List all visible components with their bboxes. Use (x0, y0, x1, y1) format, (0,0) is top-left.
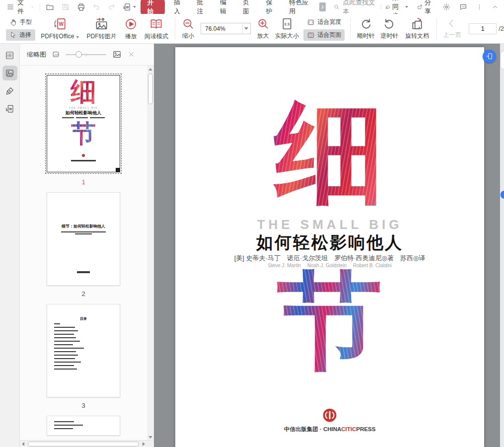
outline-list-icon (5, 51, 14, 60)
select-tool-button[interactable]: 选择 (6, 29, 35, 41)
pdf-to-office-button[interactable]: W PDF转Office (37, 14, 82, 43)
zoom-out-icon (182, 17, 195, 30)
thumbnail-page-number: 1 (81, 178, 85, 186)
thumbnail-item-3[interactable]: 目录 3 (20, 304, 147, 416)
convert-panel-button[interactable]: W (2, 101, 17, 116)
thumbnail-page-4[interactable] (47, 416, 120, 436)
collapsed-side-toolbar-handle[interactable] (500, 51, 504, 70)
zoom-in-button[interactable]: 放大 (254, 14, 273, 43)
slider-knob[interactable] (75, 51, 82, 58)
open-file-button[interactable] (44, 2, 56, 12)
rotate-clockwise-label: 顺时针 (357, 32, 375, 40)
separator (40, 3, 40, 11)
thumbnail-page-2[interactable]: 细节：如何轻松影响他人 (47, 192, 120, 286)
separator (175, 18, 175, 39)
zoom-dropdown-button[interactable] (242, 23, 250, 34)
mini-title-page-publisher-bar (77, 271, 90, 273)
redo-button[interactable] (106, 2, 117, 12)
more-options-button[interactable] (475, 3, 484, 11)
chevron-down-icon (405, 6, 408, 8)
rotate-clockwise-button[interactable]: 顺时针 (354, 14, 377, 43)
mini-publisher-bar (71, 160, 96, 161)
undo-button[interactable] (91, 2, 102, 12)
previous-page-button[interactable]: 上一页 (440, 14, 464, 43)
svg-text:W: W (126, 5, 129, 9)
search-icon (334, 3, 340, 11)
separator (350, 18, 351, 39)
svg-text:W: W (59, 21, 64, 27)
hamburger-menu-button[interactable] (5, 2, 16, 12)
side-tool-blue-handle[interactable] (501, 191, 504, 199)
document-page[interactable]: 细 THE SMALL BIG 如何轻松影响他人 [美] 史蒂夫·马丁 诺厄·戈… (175, 47, 484, 447)
print-button[interactable] (75, 2, 87, 12)
export-to-word-button[interactable]: W (121, 2, 138, 12)
scroll-down-arrow-icon[interactable] (148, 436, 152, 439)
read-mode-button[interactable]: 阅读模式 (142, 14, 171, 43)
settings-button[interactable] (441, 2, 452, 12)
read-mode-label: 阅读模式 (144, 32, 168, 41)
cover-char-bottom: 节 (175, 262, 484, 379)
fit-width-button[interactable]: 适合宽度 (303, 16, 345, 28)
play-button[interactable]: 播放 (121, 14, 142, 43)
pdf-to-office-icon: W (53, 17, 67, 31)
large-thumbnail-icon (112, 50, 122, 59)
chevron-down-icon (30, 4, 34, 9)
mini-cover-char-top: 细 (47, 77, 120, 105)
thumbnail-item-4[interactable] (20, 416, 147, 436)
citic-brand-text: CITIC (341, 426, 356, 432)
thumbnail-item-1[interactable]: 细 THE SMALL BIG 如何轻松影响他人 节 1 (20, 66, 147, 192)
rotate-document-button[interactable]: 旋转文档 (401, 14, 433, 43)
thumbnail-page-number: 2 (81, 290, 85, 298)
tab-overflow-button[interactable] (319, 2, 326, 11)
document-viewport[interactable]: 细 THE SMALL BIG 如何轻松影响他人 [美] 史蒂夫·马丁 诺厄·戈… (154, 44, 504, 447)
fit-width-icon (307, 18, 315, 26)
close-icon[interactable] (128, 51, 135, 58)
panel-vertical-scrollbar[interactable] (147, 66, 154, 440)
fit-page-button[interactable]: 适合页面 (303, 29, 345, 41)
comment-icon (459, 3, 467, 11)
mini-citic-logo (82, 154, 85, 157)
pdf-to-image-button[interactable]: PDF转图片 (82, 14, 121, 43)
scroll-right-arrow-icon[interactable] (143, 442, 145, 446)
hamburger-icon (6, 3, 14, 11)
cover-title: 如何轻松影响他人 (175, 231, 484, 254)
collapse-toolbar-button[interactable] (490, 2, 500, 11)
feedback-button[interactable] (458, 2, 469, 12)
select-tool-label: 选择 (19, 31, 31, 39)
thumbnail-size-slider[interactable] (66, 51, 106, 58)
actual-size-icon: 1:1 (281, 17, 293, 30)
save-button[interactable] (60, 2, 71, 12)
mini-cover-title: 如何轻松影响他人 (47, 110, 120, 116)
scroll-left-arrow-icon[interactable] (22, 442, 24, 446)
chevron-left-icon (446, 17, 457, 29)
thumbnails-panel: 缩略图 细 THE SMALL BIG 如何轻松影响他人 节 (20, 44, 154, 447)
rotate-clockwise-icon (360, 17, 372, 30)
zoom-level-combobox[interactable]: 76.04% (201, 23, 250, 34)
pdf-to-office-label: PDF转Office (41, 32, 78, 41)
rotate-counterclockwise-icon (383, 17, 396, 30)
zoom-out-button[interactable]: 缩小 (179, 14, 198, 43)
cloud-sync-icon (385, 2, 390, 11)
tool-mode-group: 手型 选择 (4, 14, 37, 43)
bookmarks-panel-button[interactable] (2, 48, 17, 63)
mini-toc-lines-continued (54, 421, 83, 429)
svg-text:1:1: 1:1 (284, 22, 290, 26)
convert-to-word-float-button[interactable] (483, 50, 496, 63)
horizontal-scrollbar-thumb[interactable] (28, 442, 139, 447)
thumbnails-panel-button[interactable] (2, 66, 17, 80)
rotate-counterclockwise-button[interactable]: 逆时针 (378, 14, 401, 43)
scroll-up-arrow-icon[interactable] (148, 68, 152, 71)
hand-tool-button[interactable]: 手型 (6, 16, 35, 28)
cover-english-title: THE SMALL BIG (175, 217, 484, 232)
thumbnail-page-3[interactable]: 目录 (47, 304, 120, 397)
panel-horizontal-scrollbar[interactable] (20, 440, 154, 447)
vertical-scrollbar-thumb[interactable] (148, 74, 153, 104)
thumbnail-selection-border: 细 THE SMALL BIG 如何轻松影响他人 节 (45, 74, 122, 174)
actual-size-button[interactable]: 1:1 实际大小 (273, 14, 301, 43)
thumbnail-page-1[interactable]: 细 THE SMALL BIG 如何轻松影响他人 节 (47, 75, 120, 172)
mini-cover-char-bottom: 节 (47, 120, 120, 147)
page-number-input[interactable] (469, 23, 497, 34)
thumbnail-item-2[interactable]: 细节：如何轻松影响他人 2 (20, 192, 147, 304)
doc-arrow-icon (486, 53, 493, 60)
annotation-panel-button[interactable] (2, 83, 17, 98)
